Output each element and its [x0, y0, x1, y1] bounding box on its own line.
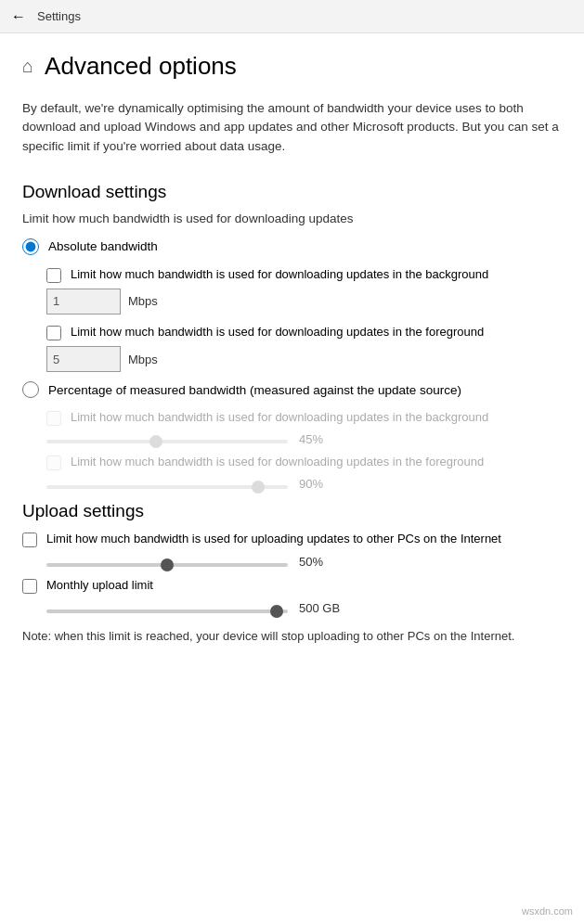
pct-background-checkbox-label: Limit how much bandwidth is used for dow…: [71, 409, 488, 426]
page-header: ⌂ Advanced options: [22, 52, 562, 81]
percentage-bandwidth-row: Percentage of measured bandwidth (measur…: [22, 381, 562, 398]
note-text: Note: when this limit is reached, your d…: [22, 627, 562, 646]
pct-background-slider[interactable]: [46, 440, 288, 443]
absolute-bandwidth-radio[interactable]: [22, 238, 39, 255]
foreground-checkbox-row: Limit how much bandwidth is used for dow…: [22, 324, 562, 340]
pct-foreground-checkbox-row: Limit how much bandwidth is used for dow…: [22, 454, 562, 470]
upload-section-title: Upload settings: [22, 501, 562, 521]
background-mbps-label: Mbps: [128, 294, 158, 308]
upload-slider-row: 50%: [46, 555, 562, 570]
pct-background-checkbox-row: Limit how much bandwidth is used for dow…: [22, 409, 562, 426]
foreground-mbps-row: Mbps: [46, 346, 562, 372]
pct-background-checkbox[interactable]: [46, 411, 61, 426]
titlebar: ← Settings: [0, 0, 584, 33]
page-title: Advanced options: [45, 52, 237, 81]
pct-foreground-slider-wrap: [46, 477, 288, 492]
pct-background-value: 45%: [299, 432, 345, 446]
download-settings-section: Download settings Limit how much bandwid…: [22, 182, 562, 492]
percentage-bandwidth-radio[interactable]: [22, 381, 39, 398]
main-content: ⌂ Advanced options By default, we're dyn…: [0, 33, 584, 673]
pct-foreground-checkbox-label: Limit how much bandwidth is used for dow…: [71, 454, 484, 470]
background-mbps-row: Mbps: [46, 289, 562, 314]
percentage-bandwidth-label[interactable]: Percentage of measured bandwidth (measur…: [48, 383, 461, 397]
titlebar-title: Settings: [37, 9, 81, 23]
upload-value: 50%: [299, 555, 345, 569]
monthly-slider-row: 500 GB: [46, 601, 562, 616]
foreground-checkbox[interactable]: [46, 326, 61, 340]
pct-foreground-checkbox[interactable]: [46, 456, 61, 470]
upload-slider[interactable]: [46, 563, 288, 567]
upload-checkbox-row: Limit how much bandwidth is used for upl…: [22, 531, 562, 547]
page-description: By default, we're dynamically optimising…: [22, 99, 562, 156]
background-checkbox-label[interactable]: Limit how much bandwidth is used for dow…: [71, 266, 488, 283]
download-section-subtitle: Limit how much bandwidth is used for dow…: [22, 212, 562, 225]
pct-background-slider-row: 45%: [46, 431, 562, 446]
download-section-title: Download settings: [22, 182, 562, 202]
upload-slider-wrap: [46, 555, 288, 570]
background-checkbox[interactable]: [46, 268, 61, 283]
foreground-mbps-label: Mbps: [128, 353, 158, 366]
background-mbps-input[interactable]: [46, 289, 121, 314]
pct-background-slider-wrap: [46, 431, 288, 446]
home-icon: ⌂: [22, 56, 33, 77]
foreground-mbps-input[interactable]: [46, 346, 121, 372]
monthly-slider-wrap: [46, 601, 288, 616]
monthly-value: 500 GB: [299, 601, 345, 615]
monthly-limit-checkbox[interactable]: [22, 579, 37, 594]
absolute-bandwidth-row: Absolute bandwidth: [22, 238, 562, 255]
watermark: wsxdn.com: [522, 905, 573, 917]
pct-foreground-slider[interactable]: [46, 485, 288, 489]
pct-foreground-slider-row: 90%: [46, 477, 562, 492]
pct-foreground-value: 90%: [299, 477, 345, 491]
monthly-limit-checkbox-label[interactable]: Monthly upload limit: [46, 577, 153, 594]
upload-checkbox-label[interactable]: Limit how much bandwidth is used for upl…: [46, 531, 501, 547]
absolute-bandwidth-label[interactable]: Absolute bandwidth: [48, 239, 158, 253]
background-checkbox-row: Limit how much bandwidth is used for dow…: [22, 266, 562, 283]
upload-checkbox[interactable]: [22, 533, 37, 547]
back-button[interactable]: ←: [11, 8, 26, 25]
monthly-limit-checkbox-row: Monthly upload limit: [22, 577, 562, 594]
upload-settings-section: Upload settings Limit how much bandwidth…: [22, 501, 562, 616]
foreground-checkbox-label[interactable]: Limit how much bandwidth is used for dow…: [71, 324, 484, 340]
monthly-slider[interactable]: [46, 610, 288, 613]
